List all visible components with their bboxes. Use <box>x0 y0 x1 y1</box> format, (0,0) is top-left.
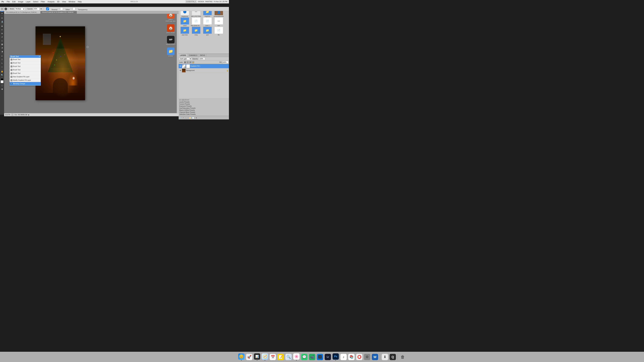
adj-hue-sat[interactable]: Hue/Saturation Presets <box>179 107 228 109</box>
menu-filter[interactable]: Filter <box>40 1 46 3</box>
desktop-untitled[interactable]: 📁 Untitled <box>164 47 178 57</box>
crop-tool[interactable]: ⊡ <box>0 16 4 20</box>
clone-stamp-tool[interactable]: ⊕ <box>0 32 4 35</box>
asset-pep-insta[interactable]: 📁 pep-insta <box>179 27 190 36</box>
pen-tool[interactable]: ✒ <box>0 54 4 58</box>
tab-pisa4270[interactable]: PISA4270.psd @ 16.7% (Gradient Fill 1, R… <box>40 10 77 14</box>
lock-image-btn[interactable]: ✏ <box>187 61 189 63</box>
delete-layer-btn[interactable]: 🗑 <box>195 117 198 119</box>
layers-tab-channels[interactable]: CHANNELS <box>188 54 199 57</box>
workspace-painting[interactable]: PAINTING <box>205 1 212 2</box>
zoom-info-button[interactable]: i <box>11 114 14 116</box>
dither-checkbox[interactable] <box>58 7 65 10</box>
opacity-label: Opacity: <box>27 8 33 10</box>
history-item-8[interactable]: ◧ Blending Change <box>10 82 41 85</box>
magic-wand-tool[interactable]: ✦ <box>0 12 4 15</box>
brush-preview[interactable] <box>4 7 7 10</box>
layers-blend-mode[interactable]: Soft Light <box>179 57 192 60</box>
reverse-checkbox[interactable] <box>44 7 51 10</box>
tab-pisa4270-close[interactable]: × <box>74 11 75 13</box>
new-group-btn[interactable]: 📁 <box>189 117 191 119</box>
app-name: Ps <box>2 1 4 3</box>
layers-fill-input[interactable] <box>222 61 228 63</box>
menu-window[interactable]: Window <box>67 1 76 3</box>
brush-tool-icon[interactable]: ✏ <box>1 7 4 10</box>
history-close[interactable]: × <box>39 56 40 57</box>
gradient-tool[interactable]: ▦ <box>0 42 4 46</box>
asset-icing-label: icing <box>195 34 198 36</box>
history-brush-tool[interactable]: ↺ <box>0 35 4 39</box>
type-tool[interactable]: T <box>0 58 4 61</box>
hand-tool[interactable]: ✋ <box>0 70 4 73</box>
history-item-2[interactable]: ✏ Brush Tool <box>10 61 41 65</box>
transparency-checkbox[interactable] <box>70 7 78 10</box>
link-layers-btn[interactable]: 🔗 <box>179 117 182 119</box>
spot-heal-tool[interactable]: ✚ <box>0 24 4 28</box>
asset-ped[interactable]: 📁 ped <box>202 27 213 36</box>
history-item-7[interactable]: ◈ Modify Gradient Fill Layer <box>10 78 41 82</box>
lock-position-btn[interactable]: ✥ <box>189 61 192 63</box>
eraser-tool[interactable]: ◻ <box>0 39 4 42</box>
background-color[interactable] <box>1 80 4 83</box>
adj-bw[interactable]: Black & White Presets <box>179 109 228 111</box>
menu-layer[interactable]: Layer <box>24 1 32 3</box>
lock-all-btn[interactable]: 🔒 <box>192 61 194 63</box>
add-mask-btn[interactable]: ◯ <box>186 117 188 119</box>
tab-pisa26698[interactable]: PISA26698.psd @ 16.7% (Background, RGB/1… <box>4 10 40 14</box>
path-select-tool[interactable]: ↖ <box>0 62 4 65</box>
asset-icing[interactable]: 📁 icing <box>190 27 202 36</box>
history-item-6[interactable]: ◈ New Gradient Fill Layer <box>10 75 41 78</box>
workspace-design[interactable]: DESIGN <box>198 1 204 2</box>
eyedropper-tool[interactable]: 🔬 <box>0 20 4 23</box>
canvas-document[interactable]: ★ 🎅 <box>36 26 85 100</box>
history-item-4[interactable]: ✏ Brush Tool <box>10 68 41 72</box>
shape-tool[interactable]: ⬭ <box>0 65 4 69</box>
layers-tab-layers[interactable]: LAYERS <box>178 54 188 57</box>
adj-selective-color[interactable]: Selective Color Presets <box>179 113 228 115</box>
layer-gradient-fill[interactable]: 👁 Gradient Fill 1 <box>178 64 229 68</box>
dodge-tool[interactable]: ◑ <box>0 50 4 53</box>
workspace-essentials[interactable]: ESSENTIALS <box>185 0 197 3</box>
menu-3d[interactable]: 3D <box>56 1 61 3</box>
add-style-btn[interactable]: fx <box>182 117 185 119</box>
adj-levels[interactable]: Levels Presets <box>179 101 228 103</box>
menu-select[interactable]: Select <box>32 1 40 3</box>
screen-mode-toggle[interactable]: ▣ <box>0 87 4 91</box>
menu-help[interactable]: Help <box>76 1 83 3</box>
blend-mode-select[interactable]: Multiply <box>15 7 25 10</box>
asset-text[interactable]: text text <box>213 17 224 26</box>
status-arrow[interactable]: ▶ <box>28 114 30 116</box>
menu-file[interactable]: File <box>6 1 11 3</box>
layer-background[interactable]: 👁 Background 🔒 <box>178 68 229 73</box>
history-item-1[interactable]: ✏ Brush Tool <box>10 58 41 61</box>
blur-tool[interactable]: ◔ <box>0 46 4 50</box>
opacity-input[interactable] <box>34 7 40 10</box>
quick-mask-toggle[interactable]: ◯ <box>0 84 4 87</box>
brush-tool[interactable]: ✏ <box>0 28 4 31</box>
menu-analysis[interactable]: Analysis <box>46 1 56 3</box>
menu-view[interactable]: View <box>61 1 67 3</box>
layer-bg-vis[interactable]: 👁 <box>179 69 182 72</box>
menu-edit[interactable]: Edit <box>11 1 17 3</box>
zoom-tool[interactable]: 🔍 <box>0 73 4 77</box>
menu-image[interactable]: Image <box>17 1 24 3</box>
asset-june1[interactable]: 📄 June 1 <box>202 17 213 26</box>
layer-gradient-vis[interactable]: 👁 <box>179 65 182 67</box>
new-layer-btn[interactable]: 📄 <box>192 117 194 119</box>
adj-exposure[interactable]: Exposure Presets <box>179 105 228 107</box>
asset-camd[interactable]: 📁 camd <box>179 17 190 26</box>
desktop-mpixpro[interactable]: MP mpixpro ROES <box>164 35 178 46</box>
adj-curves[interactable]: Curves Presets <box>179 103 228 105</box>
opacity-slider-arrow[interactable]: ▼ <box>40 8 42 10</box>
asset-file[interactable]: 📄 file <box>213 27 224 36</box>
layers-opacity-input[interactable] <box>199 57 205 60</box>
layers-tab-paths[interactable]: PATHS <box>199 54 206 57</box>
asset-dear-photo[interactable]: 📄 dear photo interview <box>190 17 202 26</box>
tab-pisa26698-close[interactable]: × <box>38 11 38 13</box>
adj-channel-mixer[interactable]: Channel Mixer Presets <box>179 111 228 113</box>
history-item-5[interactable]: ✏ Brush Tool <box>10 72 41 75</box>
desktop-whcc[interactable]: 🏠 WHCC ROES <box>164 23 178 34</box>
light-red-2 <box>64 54 65 55</box>
history-item-3[interactable]: ✏ Brush Tool <box>10 65 41 68</box>
lock-transparent-btn[interactable]: ▩ <box>184 61 186 63</box>
